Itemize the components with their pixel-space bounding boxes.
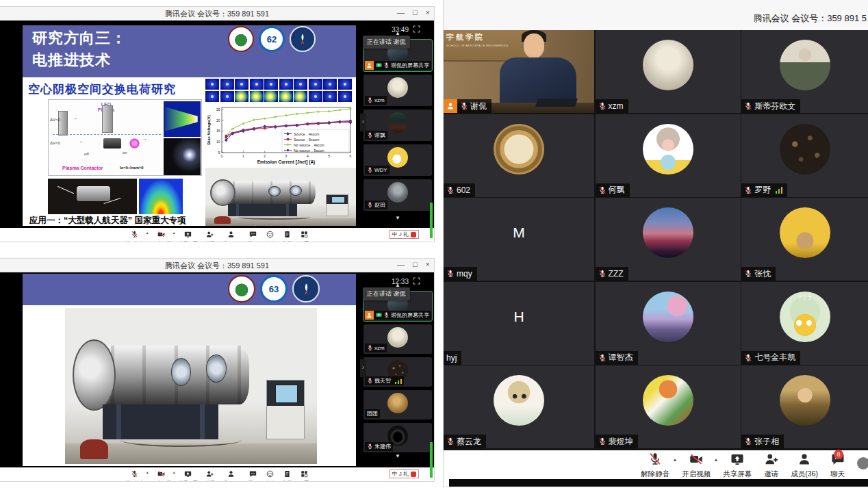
name-label-row: 魏天智 [365,376,404,385]
fullscreen-icon[interactable] [413,23,420,36]
toolbar-share-screen-button[interactable]: 共享屏幕 [179,468,198,481]
more-button-partial[interactable] [857,457,868,469]
name-label-row: 裴煜坤 [596,435,638,448]
toolbar-unmute-button[interactable]: ▲解除静音 [641,452,669,479]
avatar: M [494,207,544,258]
participant-tile[interactable]: 斯蒂芬欧文 [741,30,868,113]
toolbar-label: 邀请 [764,469,778,479]
mic-muted-icon [648,452,662,469]
maximize-button[interactable]: □ [413,260,418,268]
minimize-button[interactable]: — [397,8,405,16]
toolbar-settings-button[interactable]: 设置 [299,468,309,481]
toolbar-share-screen-button[interactable]: 共享屏幕 [179,229,198,242]
toolbar-invite-button[interactable]: 邀请 [205,229,215,242]
mic-muted-icon [598,354,607,362]
participant-tile[interactable]: 裴煜坤 [596,365,741,448]
participant-tile[interactable]: Mmqy [444,198,594,281]
participant-tile[interactable]: 何飘 [596,114,741,197]
participant-tile[interactable]: 团团 [363,390,432,420]
toolbar-members-button[interactable]: 成员(47) [222,468,240,481]
participant-tile[interactable]: ???七号金丰凯 [741,282,868,365]
participant-tile[interactable]: 朱建伟 [363,423,432,452]
toolbar-chat-button[interactable]: 8聊天 [830,452,845,479]
diagram-source-box [103,138,121,149]
toolbar-members-button[interactable]: 成员(36) [791,452,818,479]
maximize-button[interactable]: □ [413,8,418,16]
toolbar-unmute-button[interactable]: ▲解除静音 [125,229,144,242]
anniversary-badge-icon: 63 [260,275,288,302]
participant-tile[interactable]: ZZZ [596,198,741,281]
toolbar-settings-button[interactable]: 设置 [299,229,309,242]
toolbar-camera-button[interactable]: ▲开启视频 [152,468,171,481]
toolbar-emoji-button[interactable]: 表情 [265,468,275,481]
toolbar-unmute-button[interactable]: ▲解除静音 [125,468,144,481]
close-button[interactable]: × [426,8,430,16]
participant-tile[interactable]: 赵田 [363,179,432,211]
participant-name: 谢侃的屏幕共享 [391,311,429,319]
participant-tile[interactable]: xzm [363,75,432,106]
minimize-button[interactable]: — [397,260,405,268]
plasma-glow-photo [164,138,201,175]
host-badge-icon [365,311,374,320]
settings-icon [301,468,308,480]
presenter-figure [524,34,544,58]
participant-tile[interactable]: xzm [363,324,432,354]
caret-up-icon[interactable]: ▲ [173,231,176,235]
avatar [387,393,408,413]
participant-tile[interactable]: WDY [363,144,432,176]
toolbar-invite-button[interactable]: 邀请 [205,468,215,481]
participant-tile[interactable]: 蔡云龙 [444,365,594,448]
toolbar-label: 聊天 [248,240,257,242]
toolbar-members-button[interactable]: 成员(47) [222,229,240,242]
caret-up-icon[interactable]: ▲ [672,457,677,462]
caret-up-icon[interactable]: ▲ [713,457,718,462]
toolbar-invite-button[interactable]: 邀请 [764,452,778,479]
caret-up-icon[interactable]: ▲ [146,231,149,235]
window-titlebar: 腾讯会议 会议号：359 891 591 — □ × [0,259,434,272]
participant-tile[interactable]: 魏天智 [363,357,432,387]
leo-plasma-diagram: LEO Plasma ΔV>0 ΔV<0 off on Plasma Conta… [48,99,202,176]
collapse-panel-button[interactable]: › [360,359,366,377]
collapse-panel-button[interactable]: › [360,114,366,131]
toolbar-share-screen-button[interactable]: 共享屏幕 [723,452,752,479]
toolbar-chat-button[interactable]: 聊天 [248,468,257,481]
name-label-row: 赵田 [365,201,387,209]
share-screen-icon [184,468,192,480]
caret-up-icon[interactable]: ▲ [146,470,149,474]
participant-name: xzm [609,101,624,111]
participant-tile[interactable]: 谭智杰 [596,282,741,365]
avatar [494,375,544,426]
toolbar-camera-button[interactable]: ▲开启视频 [152,229,171,242]
participant-tile[interactable]: 张子相 [741,365,868,448]
ime-toolbar[interactable]: 中 J 礼 [390,230,419,239]
toolbar-chat-button[interactable]: 聊天 [248,229,257,242]
participant-tile[interactable]: 602 [444,114,594,197]
participant-tile[interactable]: 谢飘 [363,109,432,141]
scroll-down-button[interactable]: ▼ [361,453,434,459]
emoji-icon [266,468,274,480]
participant-name: 谢侃的屏幕共享 [391,62,429,69]
chat-icon [249,229,257,241]
toolbar-label: 聊天 [248,480,257,481]
toolbar-docs-button[interactable]: 文档 [282,468,292,481]
mic-muted-icon [446,270,455,278]
participant-tile[interactable]: 罗野 [741,114,868,197]
fullscreen-icon[interactable] [413,275,420,287]
toolbar-camera-button[interactable]: ▲开启视频 [682,452,711,479]
members-icon [227,468,235,480]
toolbar-docs-button[interactable]: 文档 [282,229,292,242]
mic-muted-icon [744,437,752,446]
ime-toolbar[interactable]: 中 J 礼 [390,469,419,478]
participant-tile[interactable]: xzm [596,30,741,113]
caret-up-icon[interactable]: ▲ [173,470,176,474]
participant-tile[interactable]: Hhyj [444,282,594,365]
mic-muted-icon [383,62,390,68]
scroll-down-button[interactable]: ▼ [361,215,434,221]
label-off: off [84,152,89,156]
participant-tile[interactable]: 宇航学院 SCHOOL OF AEROSPACE ENGINEERING 谢侃 [444,30,594,113]
name-label-row: 七号金丰凯 [741,351,800,365]
label-dv-positive: ΔV>0 [50,118,60,122]
participant-tile[interactable]: 张忱 [741,198,868,281]
close-button[interactable]: × [426,260,430,268]
toolbar-emoji-button[interactable]: 表情 [265,229,275,242]
